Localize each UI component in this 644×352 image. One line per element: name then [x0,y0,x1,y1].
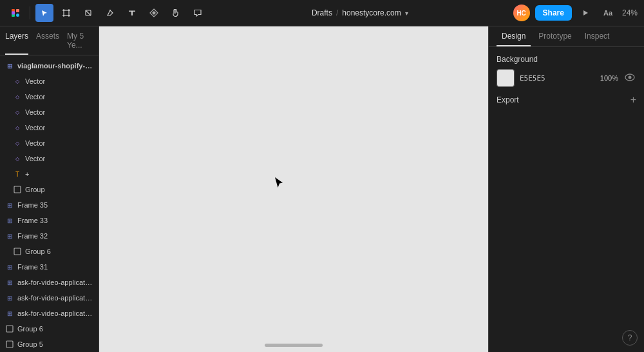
share-button[interactable]: Share [535,5,572,21]
left-panel: Layers Assets My 5 Ye... ⊞ viaglamour-sh… [0,26,99,352]
tab-assets[interactable]: Assets [36,29,59,55]
layer-name: viaglamour-shopify-partnership [17,62,93,70]
layer-name: Frame 33 [17,217,93,224]
svg-rect-1 [16,9,19,12]
frame-tool-button[interactable] [57,4,75,22]
layer-item[interactable]: T + [0,166,99,182]
vector-icon: ◇ [13,139,22,148]
svg-point-21 [629,76,632,79]
hand-tool-button[interactable] [167,4,185,22]
frame-icon: ⊞ [5,278,14,287]
svg-rect-17 [14,248,21,255]
layer-name: Vector [25,124,93,132]
breadcrumb-project[interactable]: honestycore.com [342,8,401,17]
layers-list: ⊞ viaglamour-shopify-partnership ◇ Vecto… [0,55,99,352]
right-panel: Design Prototype Inspect Background E5E5… [488,26,644,352]
background-row: E5E5E5 100% [497,69,636,87]
layer-item[interactable]: ⊞ Frame 35 [0,197,99,213]
cursor-icon [274,177,283,188]
vector-icon: ◇ [13,108,22,117]
text-style-button[interactable]: Aa [599,4,617,22]
layer-item[interactable]: ◇ Vector [0,73,99,89]
comment-tool-button[interactable] [189,4,207,22]
layer-item[interactable]: ⊞ ask-for-video-applications [0,290,99,306]
frame-icon: ⊞ [5,216,14,225]
layer-name: ask-for-video-applications [17,309,93,317]
breadcrumb-drafts[interactable]: Drafts [312,8,332,17]
layer-item[interactable]: ⊞ ask-for-video-applications [0,275,99,290]
group-icon [5,324,14,333]
background-color-swatch[interactable] [497,69,515,87]
canvas[interactable] [99,26,488,352]
layer-name: Vector [25,155,93,162]
svg-rect-4 [12,12,15,15]
svg-rect-19 [6,341,13,347]
frame-icon: ⊞ [5,231,14,240]
toolbar-center: Drafts / honestycore.com ▾ [209,8,511,17]
vector-icon: ◇ [13,154,22,163]
layer-name: Group 5 [17,340,93,348]
tab-inspect[interactable]: Inspect [580,26,615,46]
avatar[interactable]: HC [513,5,530,21]
toolbar-left [6,4,207,22]
layer-item[interactable]: ◇ Vector [0,135,99,151]
export-section: Export + [497,95,636,105]
visibility-button[interactable] [623,72,636,84]
layer-item[interactable]: Group 6 [0,244,99,259]
tab-prototype[interactable]: Prototype [533,26,576,46]
frame-icon: ⊞ [5,200,14,210]
layer-item[interactable]: ◇ Vector [0,151,99,166]
layer-name: Vector [25,139,93,147]
layer-name: + [25,170,93,178]
toolbar-divider-1 [30,6,30,19]
layer-item[interactable]: ⊞ Frame 31 [0,259,99,275]
right-panel-tabs: Design Prototype Inspect [489,26,644,47]
layer-name: Group [25,186,93,193]
svg-point-15 [109,10,111,11]
tab-layers[interactable]: Layers [5,29,28,55]
tab-my5[interactable]: My 5 Ye... [67,29,93,55]
layer-item[interactable]: Group [0,182,99,197]
group-icon [13,185,22,194]
toolbar: Drafts / honestycore.com ▾ HC Share Aa 2… [0,0,644,26]
figma-menu-button[interactable] [6,4,24,22]
breadcrumb-separator: / [336,8,338,17]
text-tool-button[interactable] [123,4,141,22]
background-color-value[interactable]: E5E5E5 [520,74,545,83]
breadcrumb-dropdown-icon[interactable]: ▾ [405,10,408,17]
play-button[interactable] [577,5,594,21]
export-title: Export [497,95,519,104]
layer-item[interactable]: ⊞ ask-for-video-applications [0,306,99,321]
export-add-button[interactable]: + [630,95,636,105]
frame-icon: ⊞ [5,309,14,318]
zoom-level[interactable]: 24% [622,8,638,17]
layer-item[interactable]: ◇ Vector [0,120,99,135]
toolbar-right: HC Share Aa 24% [513,4,638,22]
layer-item[interactable]: Group 6 [0,321,99,337]
component-tool-button[interactable] [145,4,163,22]
layer-name: ask-for-video-applications [17,279,93,286]
background-opacity-value[interactable]: 100% [600,74,618,82]
pen-tool-button[interactable] [101,4,119,22]
layer-item[interactable]: Group 5 [0,337,99,352]
layer-item[interactable]: ⊞ Frame 33 [0,213,99,228]
layer-item[interactable]: ⊞ Frame 32 [0,228,99,244]
vector-icon: ◇ [13,77,22,86]
right-panel-content: Background E5E5E5 100% Export + [489,47,644,352]
shape-tool-button[interactable] [79,4,97,22]
group-icon [13,247,22,256]
text-icon: T [13,170,22,179]
tab-design[interactable]: Design [497,26,531,46]
export-section-header: Export + [497,95,636,105]
help-button[interactable]: ? [622,330,638,346]
background-title: Background [497,55,538,64]
layer-name: ask-for-video-applications [17,294,93,302]
layer-item[interactable]: ⊞ viaglamour-shopify-partnership [0,58,99,73]
layer-item[interactable]: ◇ Vector [0,104,99,120]
frame-icon: ⊞ [5,262,14,271]
background-section-header: Background [497,55,636,64]
canvas-scrollbar[interactable] [265,344,323,347]
move-tool-button[interactable] [35,4,53,22]
layer-item[interactable]: ◇ Vector [0,89,99,104]
layer-name: Frame 31 [17,263,93,271]
